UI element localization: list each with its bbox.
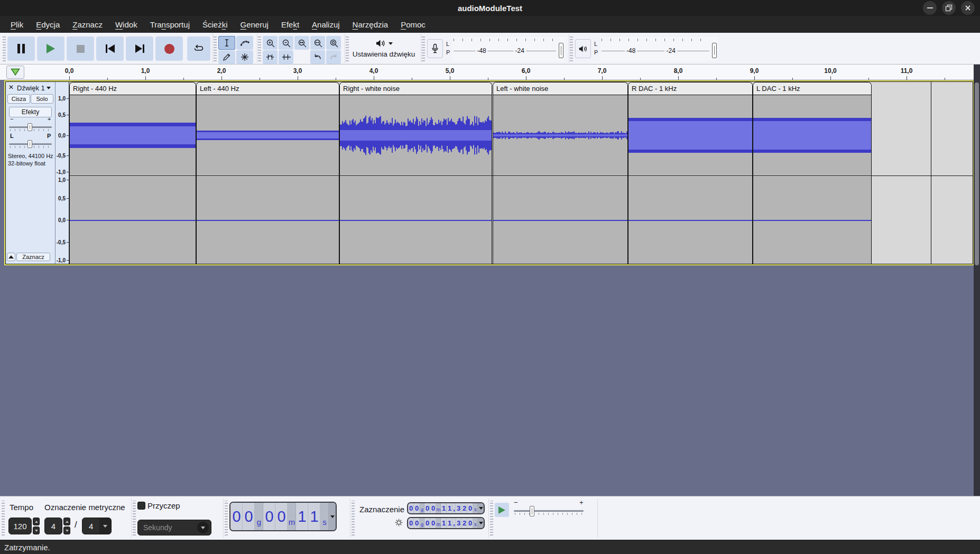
playback-volume-slider[interactable] — [712, 43, 717, 58]
time-digit-cell[interactable]: 0 — [424, 518, 430, 528]
timeline-ruler[interactable]: 0,01,02,03,04,05,06,07,08,09,010,011,0 — [0, 64, 980, 80]
time-digit-cell[interactable]: 1 — [441, 503, 447, 513]
time-digit-cell[interactable]: 3 — [456, 503, 461, 513]
time-digit-cell[interactable]: 1 — [308, 503, 320, 530]
tempo-stepper[interactable] — [33, 518, 40, 534]
clip-title[interactable]: Left - white noise — [493, 82, 627, 95]
record-meter[interactable]: -48 -24 — [452, 37, 565, 61]
playback-meter[interactable]: -48 -24 — [600, 37, 718, 61]
record-button[interactable] — [155, 36, 183, 61]
solo-button[interactable]: Solo — [31, 94, 53, 104]
close-track-button[interactable]: ✕ — [7, 84, 15, 91]
time-digit-cell[interactable]: 0 — [424, 503, 430, 513]
zoom-in-button[interactable] — [263, 36, 278, 50]
time-digit-cell[interactable]: 1 — [296, 503, 308, 530]
audio-clip[interactable]: Right - white noise — [339, 82, 492, 264]
time-digit-cell[interactable]: 0 — [408, 503, 414, 513]
time-digit-cell[interactable]: 0 — [275, 503, 288, 530]
skip-to-end-button[interactable] — [126, 36, 153, 61]
audio-clip[interactable]: Right - 440 Hz — [69, 82, 196, 264]
undo-button[interactable] — [310, 50, 325, 64]
close-button[interactable] — [961, 1, 975, 15]
record-meter-grip[interactable] — [422, 36, 425, 61]
zoom-fit-button[interactable] — [310, 36, 325, 50]
collapse-track-button[interactable] — [7, 253, 15, 261]
skip-to-start-button[interactable] — [96, 36, 124, 61]
time-digit-cell[interactable]: 1 — [447, 518, 452, 528]
menu-item-pomoc[interactable]: Pomoc — [394, 17, 432, 32]
loop-button[interactable] — [187, 36, 210, 61]
time-digit-cell[interactable]: 0 — [430, 503, 436, 513]
minimize-button[interactable] — [923, 1, 937, 15]
menu-item-widok[interactable]: Widok — [109, 17, 144, 32]
time-toolbar-grip[interactable] — [225, 501, 228, 535]
time-digit-cell[interactable]: 0 — [467, 503, 473, 513]
menu-item-analizuj[interactable]: Analizuj — [306, 17, 346, 32]
snapping-toolbar-grip[interactable] — [133, 501, 136, 535]
gear-icon[interactable] — [394, 518, 403, 527]
menu-item-plik[interactable]: Plik — [4, 17, 30, 32]
snap-mode-select[interactable]: Sekundy — [137, 520, 211, 535]
audio-clip[interactable]: R DAC - 1 kHz — [628, 82, 753, 264]
menu-item-zaznacz[interactable]: Zaznacz — [66, 17, 109, 32]
time-digit-cell[interactable]: 0 — [414, 518, 420, 528]
record-volume-slider[interactable] — [559, 43, 563, 58]
time-display[interactable]: 00g00m11s — [229, 502, 337, 531]
menu-item-efekt[interactable]: Efekt — [275, 17, 306, 32]
effects-button[interactable]: Efekty — [9, 107, 52, 117]
time-field-dropdown[interactable] — [329, 503, 336, 530]
mute-button[interactable]: Cisza — [7, 94, 30, 104]
clip-title[interactable]: R DAC - 1 kHz — [628, 82, 752, 95]
audio-clip[interactable]: Left - 440 Hz — [196, 82, 339, 264]
track-menu-arrow-icon[interactable] — [47, 87, 51, 89]
transport-toolbar-grip[interactable] — [3, 36, 6, 61]
playback-meter-speaker-button[interactable] — [575, 39, 591, 58]
gain-slider-thumb[interactable] — [27, 123, 32, 131]
time-field-dropdown[interactable] — [478, 518, 484, 528]
vertical-ruler[interactable]: 1,00,50,0-0,5-1,01,00,50,0-0,5-1,0 — [56, 82, 69, 264]
vertical-scrollbar-thumb[interactable] — [975, 82, 979, 265]
multi-tool-button[interactable] — [236, 50, 253, 64]
audio-setup-toolbar-grip[interactable] — [346, 36, 349, 61]
menu-item-transportuj[interactable]: Transportuj — [144, 17, 196, 32]
envelope-tool-button[interactable] — [236, 36, 253, 50]
playback-meter-grip[interactable] — [570, 36, 573, 61]
time-digit-cell[interactable]: 0 — [230, 503, 243, 530]
time-digit-cell[interactable]: 1 — [447, 503, 452, 513]
play-at-speed-button[interactable] — [495, 503, 509, 517]
edit-toolbar-grip[interactable] — [258, 36, 261, 61]
time-field-dropdown[interactable] — [478, 503, 484, 513]
time-signature-upper-input[interactable]: 4 — [44, 518, 62, 534]
selection-tool-button[interactable] — [218, 36, 235, 50]
clip-title[interactable]: L DAC - 1 kHz — [753, 82, 871, 95]
vertical-scrollbar[interactable] — [974, 64, 980, 496]
time-digit-cell[interactable]: 0 — [414, 503, 420, 513]
tempo-input[interactable]: 120 — [8, 518, 32, 534]
time-digit-cell[interactable]: 0 — [263, 503, 275, 530]
selection-end-field[interactable]: 00g00m11,320s — [407, 517, 485, 529]
menu-item-narzdzia[interactable]: Narzędzia — [346, 17, 395, 32]
time-digit-cell[interactable]: 0 — [430, 518, 436, 528]
waveform-area[interactable]: Right - 440 HzLeft - 440 HzRight - white… — [69, 82, 973, 264]
time-digit-cell[interactable]: 2 — [461, 503, 467, 513]
time-digit-cell[interactable]: 2 — [461, 518, 467, 528]
snap-checkbox[interactable] — [137, 502, 145, 510]
pause-button[interactable] — [7, 36, 35, 61]
audio-clip[interactable]: Left - white noise — [493, 82, 628, 264]
play-speed-slider[interactable] — [514, 510, 584, 512]
pan-slider-thumb[interactable] — [27, 140, 32, 148]
stop-button[interactable] — [67, 36, 94, 61]
play-speed-slider-thumb[interactable] — [530, 506, 534, 516]
record-meter-mic-button[interactable] — [427, 39, 443, 58]
audio-setup-button[interactable]: Ustawienia dźwięku — [350, 35, 417, 62]
menu-item-cieki[interactable]: Ścieżki — [196, 17, 234, 32]
play-button[interactable] — [37, 36, 64, 61]
selection-toolbar-grip[interactable] — [352, 501, 355, 535]
time-signature-lower-select[interactable]: 4 — [82, 518, 112, 534]
menu-item-edycja[interactable]: Edycja — [30, 17, 66, 32]
selection-start-field[interactable]: 00g00m11,320s — [407, 502, 485, 514]
zoom-toggle-button[interactable] — [326, 36, 341, 50]
audio-clip[interactable]: L DAC - 1 kHz — [753, 82, 872, 264]
track-name[interactable]: Dźwięk 1 — [17, 84, 45, 92]
time-digit-cell[interactable]: 0 — [467, 518, 473, 528]
